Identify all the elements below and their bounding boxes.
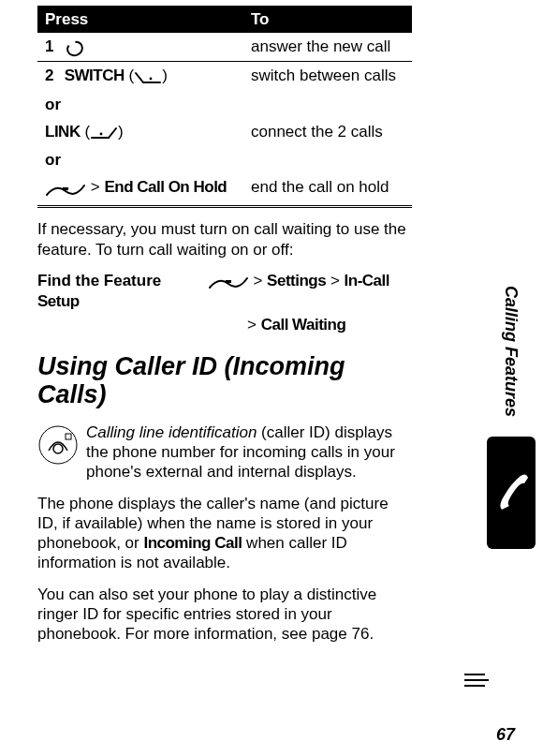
switch-label: SWITCH xyxy=(65,67,125,84)
paragraph-call-waiting-toggle: If necessary, you must turn on call wait… xyxy=(37,219,412,259)
table-header-to: To xyxy=(243,6,412,33)
link-label: LINK xyxy=(45,123,81,141)
step-2-number: 2 xyxy=(45,66,60,85)
send-key-icon xyxy=(65,37,85,57)
gt-4: > xyxy=(247,316,257,334)
incoming-call-label: Incoming Call xyxy=(143,534,242,552)
paragraph-ringer-id: You can also set your phone to play a di… xyxy=(37,585,412,645)
svg-rect-7 xyxy=(66,434,71,439)
step-2-end-action: end the call on hold xyxy=(243,173,412,201)
paragraph-phonebook-name: The phone displays the caller's name (an… xyxy=(37,494,412,573)
svg-point-5 xyxy=(39,426,77,464)
step-1-action: answer the new call xyxy=(243,33,412,62)
phone-icon xyxy=(492,465,530,521)
step-2-or-1: or xyxy=(37,91,243,118)
gt-3: > xyxy=(330,272,340,289)
svg-point-1 xyxy=(150,77,153,80)
path-settings: Settings xyxy=(267,272,326,289)
gt-2: > xyxy=(253,272,262,289)
table-end-rule xyxy=(37,205,412,208)
caller-id-term: Calling line identification xyxy=(86,423,257,441)
find-the-feature-label: Find the Feature xyxy=(37,272,161,289)
svg-point-2 xyxy=(100,133,103,136)
step-2-switch-press: 2 SWITCH ( ) xyxy=(37,62,243,91)
signal-waves-icon xyxy=(462,671,491,689)
end-call-label: End Call On Hold xyxy=(104,178,227,196)
svg-rect-3 xyxy=(63,187,68,190)
right-softkey-icon xyxy=(134,67,162,86)
svg-rect-4 xyxy=(226,280,231,283)
path-call-waiting: Call Waiting xyxy=(261,316,346,334)
step-2-or-2: or xyxy=(37,146,243,173)
svg-point-6 xyxy=(53,444,63,453)
step-2-link-action: connect the 2 calls xyxy=(243,118,412,146)
step-2-end-press: > End Call On Hold xyxy=(37,173,243,201)
table-header-press: Press xyxy=(37,6,243,33)
step-1-number: 1 xyxy=(45,37,60,56)
page-number: 67 xyxy=(496,724,515,746)
left-softkey-icon xyxy=(90,123,118,142)
step-1-press: 1 xyxy=(37,33,243,62)
menu-key-icon-2 xyxy=(208,272,249,291)
svg-point-0 xyxy=(66,40,84,57)
step-2-switch-action: switch between calls xyxy=(243,62,412,91)
side-section-label: Calling Features xyxy=(501,286,522,417)
step-2-link-press: LINK ( ) xyxy=(37,118,243,146)
gt-1: > xyxy=(91,178,100,196)
instruction-table: Press To 1 answer the new call 2 xyxy=(37,6,412,201)
paragraph-caller-id-desc: Calling line identification (caller ID) … xyxy=(37,422,412,482)
menu-key-icon xyxy=(45,178,86,198)
network-dependent-icon xyxy=(37,424,79,470)
side-tab: Calling Features xyxy=(487,272,536,549)
section-title-caller-id: Using Caller ID (Incoming Calls) xyxy=(37,353,412,408)
